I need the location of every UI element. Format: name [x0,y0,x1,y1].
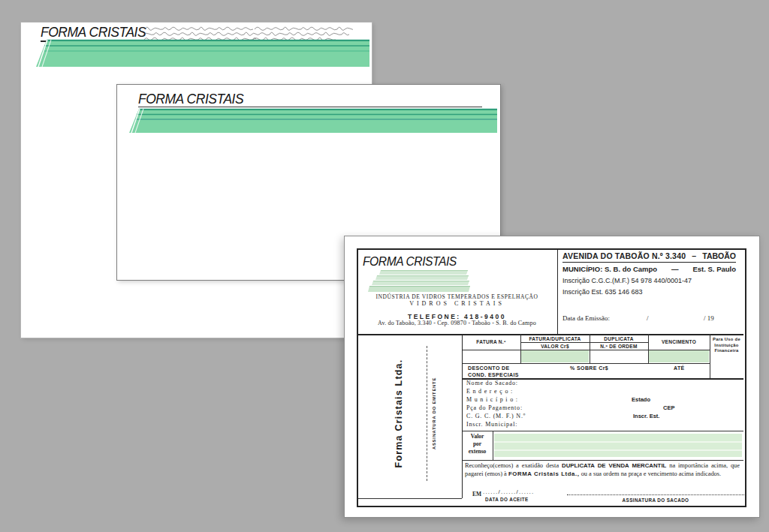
em-label: EM [472,491,481,497]
vencimento-input-cell [649,350,709,362]
cgc-line: Inscrição C.G.C.(M.F.) 54 978 440/0001-4… [562,277,692,284]
company-logo: FORMA CRISTAIS [41,24,146,41]
logo-underline [138,107,482,107]
col-vencimento-label: VENCIMENTO [648,339,710,345]
col-fatura-duplicata-label: FATURA/DUPLICATA [520,336,590,342]
sacado-praca-label: Pça do Pagamento: [466,404,523,411]
municipio-text: MUNICÍPIO: S. B. do Campo [562,265,657,273]
municipio-row: MUNICÍPIO: S. B. do Campo — Est. S. Paul… [562,265,736,273]
sacado-municipio-label: M u n i c í p i o : [466,396,518,403]
sacado-cgc-label: C. G. C. (M. F.) N.º [466,413,526,419]
avenue-city: TABOÃO [702,251,736,260]
banco-use-label-2: Instituição Financeira [710,343,743,353]
header-divider [557,250,558,334]
avenue-row: AVENIDA DO TABOÃO N.º 3.340 – TABOÃO [562,251,736,263]
emitente-signature-line [427,346,427,481]
banco-use-label-1: Para Uso de [710,337,743,342]
extenso-label-1: Valor [462,433,493,440]
cond-especiais-label: COND. ESPECIAIS [468,372,519,377]
valor-input-cell [521,350,589,362]
declaration-paragraph: Reconheço(cemos) a exatidão desta DUPLIC… [465,462,740,478]
declaration-text-3: ou a sua ordem na praça e vencimento aci… [580,470,722,477]
pale-glass-stripes [366,269,471,293]
industry-line: INDÚSTRIA DE VIDROS TEMPERADOS E ESPELHA… [357,293,557,300]
emitente-bottom-line [358,498,462,499]
sacado-nome-label: Nome do Sacado: [466,380,518,386]
declaration-bold-1: DUPLICATA DE VENDA MERCANTIL [562,462,666,469]
date-dotted-line: ....../....../...... [483,488,534,495]
emission-slash2: / 19 [704,314,714,322]
extenso-label-line [493,431,493,460]
sacado-inscr-mun-label: Inscr. Municipal: [466,421,517,428]
municipio-dash: — [671,265,679,273]
sacado-signature-line [567,494,744,495]
sacado-cep-label: CEP [663,404,674,411]
col-ordem-label: N.º DE ORDEM [590,344,648,350]
emitente-column-line [462,334,463,498]
declaration-bold-2: FORMA Cristais Ltda., [508,470,580,477]
desconto-ate-label: ATÉ [674,365,685,371]
desconto-sobre-label: % SOBRE Cr$ [570,365,608,371]
company-logo: FORMA CRISTAIS [138,91,243,107]
col-fatura-label: FATURA N.º [462,339,520,345]
duplicata-form-sheet: FORMA CRISTAIS INDÚSTRIA DE VIDROS TEMPE… [344,236,760,518]
sacado-estado-label: Estado [632,396,650,403]
estado-text: Est. S. Paulo [692,265,736,273]
avenue-text: AVENIDA DO TABOÃO N.º 3.340 [562,251,686,260]
emitente-column: Forma Cristais Ltda. ASSINATURA DO EMITE… [357,334,462,498]
declaration-text-1: Reconheço(cemos) a exatidão desta [465,462,562,469]
avenue-dash: – [692,251,696,260]
col-valor-label: VALOR Cr$ [520,344,590,350]
emission-slash1: / [647,314,649,322]
est-line: Inscrição Est. 635 146 683 [562,288,643,296]
col-duplicata-label: DUPLICATA [590,336,648,342]
value-row-bottom-line [462,363,710,364]
subheader-line [520,342,648,343]
sacado-inscr-est-label: Inscr. Est. [633,413,659,419]
extenso-input-area [494,434,742,457]
scanned-stationery-collage: FORMA CRISTAIS FORMA CRISTAIS [0,0,769,532]
sacado-bottom-line [462,431,743,431]
data-aceite-label: DATA DO ACEITE [485,497,529,502]
assinatura-sacado-label: ASSINATURA DO SACADO [567,497,744,503]
extenso-bottom-line [462,460,743,461]
extenso-label-3: extenso [462,448,493,455]
products-line: VIDROS CRISTAIS [357,300,557,307]
company-logo: FORMA CRISTAIS [363,254,457,269]
assinatura-emitente-label: ASSINATURA DO EMITENTE [432,377,436,449]
emission-label: Data da Emissão: [562,314,610,322]
green-glass-band [35,39,369,68]
address-line: Av. do Taboão, 3.340 - Cep. 09870 - Tabo… [357,320,557,326]
sacado-endereco-label: E n d e r e ç o : [466,388,513,395]
extenso-label-2: por [462,440,493,447]
green-glass-band [128,108,497,134]
desconto-label: DESCONTO DE [468,365,510,371]
emitente-company-name: Forma Cristais Ltda. [394,359,404,468]
